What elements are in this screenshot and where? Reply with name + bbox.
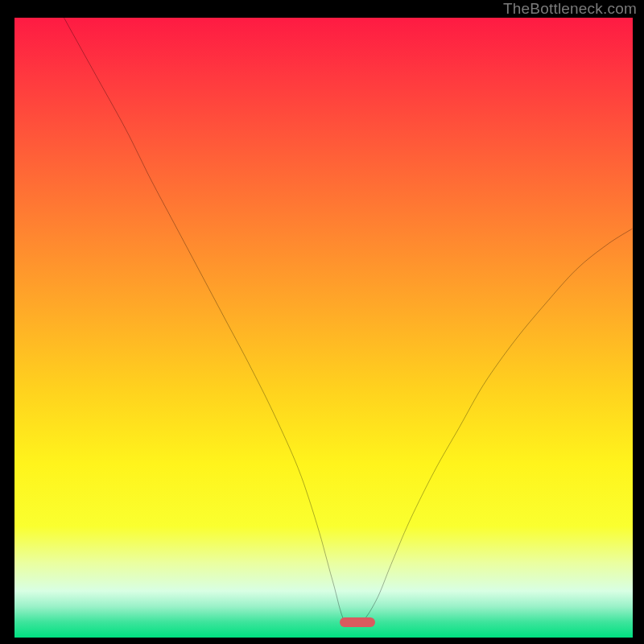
optimal-marker: [340, 617, 375, 627]
bottleneck-curve: [14, 18, 633, 638]
chart-frame: [3, 16, 641, 641]
watermark-text: TheBottleneck.com: [503, 0, 637, 18]
plot-area: [14, 18, 633, 638]
